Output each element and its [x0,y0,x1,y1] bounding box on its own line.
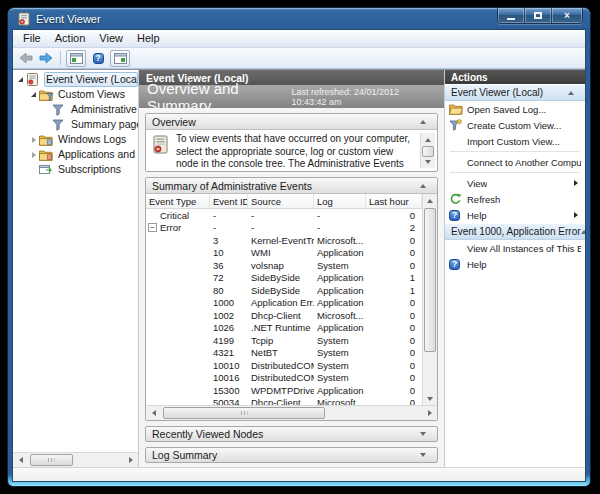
event-id-cell: 1026 [210,322,248,333]
actions-section-event-1000-application-error[interactable]: Event 1000, Application Error [445,223,585,240]
action-create-custom-view[interactable]: Create Custom View... [445,117,585,133]
column-header-log[interactable]: Log [314,194,366,208]
scrollbar-thumb[interactable] [163,407,325,419]
action-import-custom-view[interactable]: Import Custom View... [445,133,585,149]
table-row[interactable]: 1000Application Err...Application0 [146,297,422,310]
action-connect-to-another-computer[interactable]: Connect to Another Computer... [445,154,585,170]
event-log-icon [152,133,169,168]
last-hour-cell: 0 [366,297,422,308]
scroll-up-icon[interactable] [421,133,435,146]
menu-file[interactable]: File [16,31,48,46]
tree-expander-icon[interactable] [28,92,39,97]
recently-viewed-nodes-bar[interactable]: Recently Viewed Nodes [145,426,438,442]
show-action-pane-button[interactable] [110,50,130,67]
action-help[interactable]: ?Help [445,256,585,272]
column-header-event-id[interactable]: Event ID [210,194,248,208]
table-row[interactable]: 36volsnapSystem0 [146,259,422,272]
action-label: View All Instances of This Event [467,243,581,254]
scroll-right-icon[interactable] [422,406,437,420]
tree-expander-icon[interactable] [15,77,26,82]
scroll-down-icon[interactable] [423,392,437,405]
collapse-section-button[interactable] [563,91,579,95]
summary-panel-header[interactable]: Summary of Administrative Events [146,178,437,194]
table-row[interactable]: 4321NetBTSystem0 [146,347,422,360]
action-open-saved-log[interactable]: Open Saved Log... [445,101,585,117]
tree-expander-icon[interactable] [28,137,39,143]
table-row[interactable]: 10010DistributedCOMSystem0 [146,359,422,372]
close-button[interactable]: × [552,8,582,23]
scroll-left-icon[interactable] [146,406,161,420]
actions-separator [450,151,580,152]
column-header-source[interactable]: Source [248,194,314,208]
column-header-event-type[interactable]: Event Type [146,194,210,208]
tree-item-label: Applications and Services Lo [57,148,138,161]
menu-view[interactable]: View [92,31,130,46]
scrollbar-thumb[interactable] [30,454,73,466]
tree-item-administrative-events[interactable]: Administrative Events [13,102,138,117]
table-row[interactable]: 1026.NET RuntimeApplication0 [146,322,422,335]
actions-section-event-viewer-local[interactable]: Event Viewer (Local) [445,84,585,101]
tree-expander-icon[interactable] [28,152,39,158]
source-cell: WMI [248,247,314,258]
last-hour-cell: 0 [366,347,422,358]
summary-table-rows: Critical---0−Error---23Kernel-EventTr...… [146,209,422,405]
event-id-cell: 10016 [210,372,248,383]
event-id-cell: 36 [210,260,248,271]
summary-vertical-scrollbar[interactable] [422,194,437,405]
table-row[interactable]: 10WMIApplication0 [146,247,422,260]
table-row[interactable]: 50034Dhcp-ClientMicrosoft...0 [146,397,422,406]
tree-item-windows-logs[interactable]: Windows Logs [13,132,138,147]
overview-panel-header[interactable]: Overview [146,114,437,130]
scrollbar-thumb[interactable] [422,146,434,157]
collapse-summary-button[interactable] [415,184,431,188]
expand-recently-viewed-button[interactable] [415,432,431,436]
collapse-section-button[interactable] [581,230,585,234]
tree-item-event-viewer-local[interactable]: Event Viewer (Local) [13,72,138,87]
minimize-button[interactable] [498,8,525,23]
tree-horizontal-scrollbar[interactable] [13,452,138,467]
collapse-row-icon[interactable]: − [148,223,157,232]
scroll-left-icon[interactable] [13,453,28,467]
back-button[interactable] [17,51,35,65]
last-hour-cell: 0 [366,235,422,246]
overview-scrollbar[interactable] [420,133,435,168]
tree-item-applications-and-services-lo[interactable]: Applications and Services Lo [13,147,138,162]
collapse-overview-button[interactable] [415,120,431,124]
maximize-button[interactable] [525,8,552,23]
scroll-right-icon[interactable] [123,453,138,467]
action-help[interactable]: ?Help [445,207,585,223]
scrollbar-thumb[interactable] [424,208,436,352]
log-cell: System [314,335,366,346]
last-hour-cell: 0 [366,372,422,383]
title-bar[interactable]: Event Viewer × [12,8,586,29]
log-summary-bar[interactable]: Log Summary [145,447,438,463]
summary-table-header[interactable]: Event TypeEvent IDSourceLogLast hour [146,194,422,209]
column-header-last-hour[interactable]: Last hour [366,194,422,208]
summary-horizontal-scrollbar[interactable] [146,405,437,420]
scroll-up-icon[interactable] [423,194,437,207]
table-row[interactable]: 10016DistributedCOMSystem0 [146,372,422,385]
forward-button[interactable] [37,51,55,65]
table-row[interactable]: 15300WPDMTPDriverApplication0 [146,384,422,397]
table-row[interactable]: −Error---2 [146,222,422,235]
tree-item-label: Administrative Events [70,103,138,116]
show-console-tree-button[interactable] [66,50,86,67]
table-row[interactable]: 4199TcpipSystem0 [146,334,422,347]
tree-item-custom-views[interactable]: Custom Views [13,87,138,102]
filter-icon [52,118,67,131]
table-row[interactable]: 3Kernel-EventTr...Microsoft...0 [146,234,422,247]
table-row[interactable]: 1002Dhcp-ClientMicrosoft...0 [146,309,422,322]
toolbar: ? [13,48,585,69]
menu-action[interactable]: Action [48,31,93,46]
tree-item-subscriptions[interactable]: Subscriptions [13,162,138,177]
table-row[interactable]: Critical---0 [146,209,422,222]
action-view-all-instances-of-this-event[interactable]: View All Instances of This Event [445,240,585,256]
tree-item-summary-page-events[interactable]: Summary page events [13,117,138,132]
help-toolbar-button[interactable]: ? [88,50,108,67]
expand-log-summary-button[interactable] [415,453,431,457]
action-refresh[interactable]: Refresh [445,191,585,207]
table-row[interactable]: 72SideBySideApplication1 [146,272,422,285]
action-view[interactable]: View [445,175,585,191]
menu-help[interactable]: Help [130,31,167,46]
table-row[interactable]: 80SideBySideApplication1 [146,284,422,297]
